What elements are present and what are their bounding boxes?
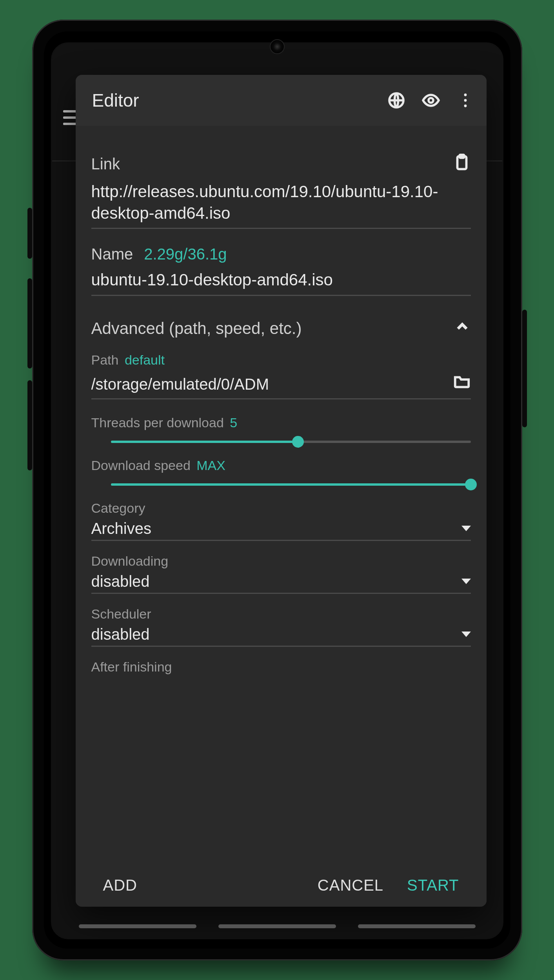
screen: Editor Link [51, 42, 503, 939]
dialog-content: Link http://releases.ubuntu.com/19.10/ub… [76, 126, 487, 864]
dropdown-icon [461, 526, 471, 531]
threads-label: Threads per download [91, 415, 224, 430]
front-camera [270, 39, 285, 54]
downloading-value: disabled [91, 573, 461, 590]
folder-icon[interactable] [453, 372, 471, 394]
dropdown-icon [461, 632, 471, 637]
editor-dialog: Editor Link [76, 75, 487, 907]
scheduler-select[interactable]: disabled [91, 622, 471, 647]
threads-value: 5 [230, 415, 237, 430]
phone-frame: Editor Link [32, 20, 522, 960]
scheduler-value: disabled [91, 626, 461, 643]
globe-icon[interactable] [387, 91, 406, 110]
svg-point-3 [464, 99, 467, 102]
svg-point-1 [429, 98, 433, 103]
speed-slider[interactable] [111, 479, 471, 490]
threads-slider[interactable] [111, 437, 471, 447]
category-label: Category [91, 501, 471, 516]
speed-value: MAX [196, 458, 225, 473]
cancel-button[interactable]: CANCEL [306, 869, 395, 902]
advanced-label: Advanced (path, speed, etc.) [91, 319, 302, 338]
volume-down-button [27, 380, 32, 470]
svg-point-4 [464, 105, 467, 107]
category-select[interactable]: Archives [91, 516, 471, 541]
path-label: Path [91, 352, 119, 367]
speed-label: Download speed [91, 458, 191, 473]
svg-point-2 [464, 94, 467, 96]
android-nav-gesture[interactable] [52, 915, 502, 938]
add-button[interactable]: ADD [91, 869, 149, 902]
power-button [522, 310, 527, 427]
category-value: Archives [91, 520, 461, 537]
volume-button-placeholder [27, 208, 32, 259]
more-vert-icon[interactable] [456, 91, 475, 110]
downloading-label: Downloading [91, 554, 471, 569]
downloading-select[interactable]: disabled [91, 569, 471, 594]
link-label: Link [91, 155, 120, 173]
path-hint: default [125, 352, 165, 367]
name-size: 2.29g/36.1g [144, 245, 227, 263]
advanced-toggle[interactable]: Advanced (path, speed, etc.) [91, 318, 471, 339]
scheduler-label: Scheduler [91, 606, 471, 622]
dialog-actions: ADD CANCEL START [76, 864, 487, 907]
chevron-up-icon [454, 318, 471, 339]
name-label: Name [91, 245, 133, 263]
after-finishing-label: After finishing [91, 659, 471, 675]
path-input[interactable] [91, 368, 453, 398]
eye-icon[interactable] [421, 91, 440, 110]
dialog-title: Editor [92, 90, 371, 111]
name-input[interactable]: ubuntu-19.10-desktop-amd64.iso [91, 263, 471, 296]
dropdown-icon [461, 579, 471, 584]
dialog-toolbar: Editor [76, 75, 487, 126]
clipboard-icon[interactable] [453, 153, 471, 175]
link-input[interactable]: http://releases.ubuntu.com/19.10/ubuntu-… [91, 175, 471, 229]
phone-bezel: Editor Link [44, 31, 510, 949]
volume-up-button [27, 278, 32, 368]
start-button[interactable]: START [395, 869, 470, 902]
